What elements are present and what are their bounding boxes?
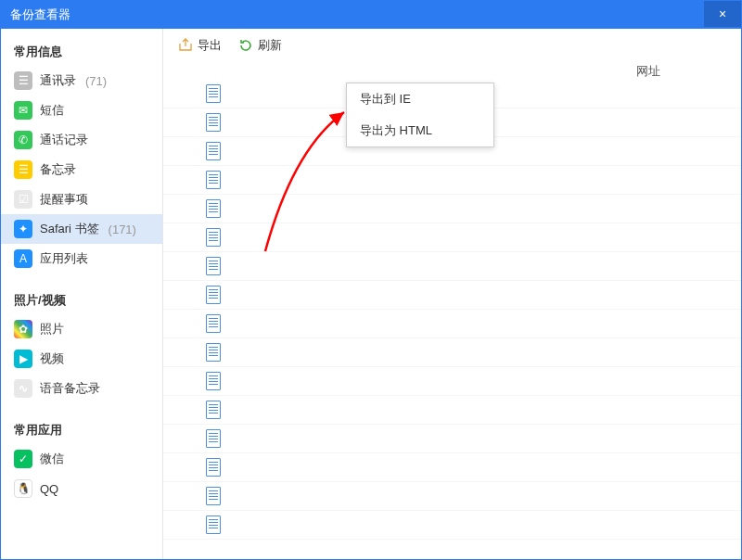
- refresh-label: 刷新: [258, 37, 282, 54]
- sidebar-item-notes[interactable]: ☰备忘录: [1, 155, 162, 185]
- sidebar-item-apps[interactable]: A应用列表: [1, 244, 162, 274]
- bookmark-icon: [206, 142, 221, 160]
- bookmark-icon: [206, 401, 221, 419]
- sidebar-item-qq[interactable]: 🐧QQ: [1, 474, 162, 503]
- sidebar-item-calls[interactable]: ✆通话记录: [1, 125, 162, 155]
- toolbar: 导出 刷新: [163, 29, 741, 63]
- table-row[interactable]: [163, 252, 741, 281]
- wechat-icon: ✓: [14, 450, 32, 468]
- bookmark-icon: [206, 314, 221, 333]
- bookmark-icon: [206, 343, 221, 362]
- sidebar-item-label: 提醒事项: [40, 191, 88, 208]
- table-row[interactable]: [163, 223, 741, 252]
- table-row[interactable]: [163, 310, 741, 338]
- bookmark-list[interactable]: [163, 80, 741, 559]
- sidebar-group-title: 常用信息: [1, 38, 162, 66]
- notes-icon: ☰: [14, 160, 32, 179]
- table-row[interactable]: [163, 166, 741, 195]
- export-to-ie[interactable]: 导出到 IE: [347, 83, 493, 115]
- close-icon: ×: [719, 6, 726, 21]
- sidebar-item-reminders[interactable]: ☑提醒事项: [1, 185, 162, 214]
- bookmark-icon: [206, 257, 221, 275]
- bookmark-icon: [206, 487, 221, 505]
- table-row[interactable]: [163, 453, 741, 482]
- sidebar-item-photos[interactable]: ✿照片: [1, 314, 162, 344]
- sidebar-item-contacts[interactable]: ☰通讯录(71): [1, 66, 162, 95]
- sidebar-item-label: Safari 书签: [40, 221, 99, 237]
- bookmark-icon: [206, 113, 221, 132]
- sidebar-item-label: QQ: [40, 482, 58, 496]
- contacts-icon: ☰: [14, 71, 32, 90]
- bookmark-icon: [206, 84, 221, 103]
- bookmark-icon: [206, 515, 221, 534]
- table-row[interactable]: [163, 367, 741, 396]
- sidebar-item-label: 通话记录: [40, 132, 88, 148]
- table-row[interactable]: [163, 511, 741, 540]
- sidebar-item-videos[interactable]: ▶视频: [1, 344, 162, 374]
- refresh-icon: [238, 38, 253, 53]
- safari-icon: ✦: [14, 220, 32, 238]
- sidebar-item-label: 视频: [40, 350, 64, 367]
- sidebar-item-count: (171): [109, 223, 136, 236]
- sidebar-item-label: 照片: [40, 321, 64, 337]
- table-row[interactable]: [163, 195, 741, 223]
- photos-icon: ✿: [14, 320, 32, 338]
- sidebar-item-label: 微信: [40, 451, 64, 467]
- sidebar-item-label: 备忘录: [40, 161, 76, 178]
- export-label: 导出: [198, 37, 222, 54]
- sidebar-item-label: 语音备忘录: [40, 380, 100, 397]
- sidebar-group-title: 照片/视频: [1, 286, 162, 314]
- bookmark-icon: [206, 228, 221, 247]
- bookmark-icon: [206, 372, 221, 390]
- app-body: 常用信息☰通讯录(71)✉短信✆通话记录☰备忘录☑提醒事项✦Safari 书签(…: [1, 29, 741, 559]
- sidebar-item-safari[interactable]: ✦Safari 书签(171): [1, 214, 162, 244]
- refresh-button[interactable]: 刷新: [238, 37, 282, 54]
- sidebar-item-voice[interactable]: ∿语音备忘录: [1, 374, 162, 403]
- sidebar-item-count: (71): [85, 74, 107, 88]
- table-row[interactable]: [163, 425, 741, 453]
- calls-icon: ✆: [14, 131, 32, 149]
- voice-icon: ∿: [14, 379, 32, 398]
- export-as-html[interactable]: 导出为 HTML: [347, 115, 493, 146]
- column-url: 网址: [636, 63, 660, 80]
- column-headers: 网址: [163, 63, 741, 80]
- bookmark-icon: [206, 458, 221, 477]
- sidebar-item-label: 应用列表: [40, 250, 88, 267]
- videos-icon: ▶: [14, 350, 32, 368]
- window-title: 备份查看器: [10, 6, 70, 23]
- table-row[interactable]: [163, 396, 741, 425]
- sidebar-item-wechat[interactable]: ✓微信: [1, 444, 162, 474]
- bookmark-icon: [206, 171, 221, 189]
- sidebar-group-title: 常用应用: [1, 416, 162, 444]
- apps-icon: A: [14, 249, 32, 268]
- table-row[interactable]: [163, 482, 741, 511]
- table-row[interactable]: [163, 338, 741, 367]
- sms-icon: ✉: [14, 101, 32, 120]
- export-button[interactable]: 导出: [178, 37, 222, 54]
- qq-icon: 🐧: [14, 479, 32, 498]
- sidebar-item-label: 通讯录: [40, 72, 76, 89]
- bookmark-icon: [206, 199, 221, 218]
- sidebar-item-sms[interactable]: ✉短信: [1, 95, 162, 125]
- sidebar: 常用信息☰通讯录(71)✉短信✆通话记录☰备忘录☑提醒事项✦Safari 书签(…: [1, 29, 163, 559]
- reminders-icon: ☑: [14, 190, 32, 209]
- table-row[interactable]: [163, 281, 741, 310]
- titlebar: 备份查看器 ×: [1, 1, 741, 29]
- main-pane: 导出 刷新 网址 导出到 IE 导出为 HTML: [163, 29, 741, 559]
- sidebar-item-label: 短信: [40, 102, 64, 119]
- close-button[interactable]: ×: [704, 1, 741, 27]
- app-window: 备份查看器 × 常用信息☰通讯录(71)✉短信✆通话记录☰备忘录☑提醒事项✦Sa…: [0, 0, 742, 560]
- bookmark-icon: [206, 286, 221, 304]
- export-icon: [178, 38, 193, 53]
- export-dropdown: 导出到 IE 导出为 HTML: [346, 83, 494, 147]
- bookmark-icon: [206, 429, 221, 448]
